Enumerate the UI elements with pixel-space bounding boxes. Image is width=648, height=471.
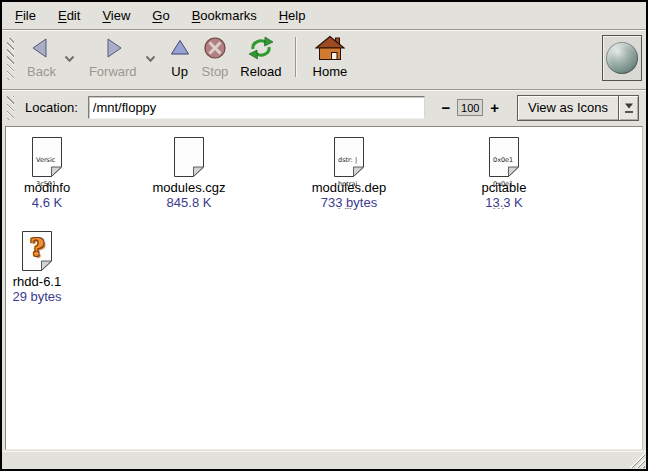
- zoom-level-indicator: 100: [457, 99, 483, 116]
- toolbar-separator: [295, 37, 297, 77]
- menu-file[interactable]: File: [4, 3, 47, 28]
- dropdown-arrow-icon: [624, 103, 634, 109]
- back-history-dropdown[interactable]: [62, 51, 77, 66]
- file-item-rhdd[interactable]: ? rhdd-6.1 29 bytes: [5, 231, 92, 304]
- stop-label: Stop: [202, 65, 229, 79]
- file-item-modules-dep[interactable]: dstr: | hptrai - --- modules.dep 733 byt…: [294, 137, 404, 210]
- home-icon: [315, 35, 345, 64]
- location-label: Location:: [25, 100, 78, 115]
- text-file-icon: Versic 3c501 · ·: [32, 137, 62, 177]
- zoom-controls: − 100 +: [438, 99, 504, 116]
- file-item-modinfo[interactable]: Versic 3c501 · · modinfo 4.6 K: [5, 137, 102, 210]
- file-name: modules.cgz: [153, 180, 226, 195]
- view-mode-arrow-button[interactable]: [618, 96, 638, 120]
- file-name: rhdd-6.1: [13, 274, 61, 289]
- view-mode-dropdown[interactable]: View as Icons: [517, 95, 639, 121]
- question-mark-icon: ?: [22, 233, 52, 262]
- up-button[interactable]: Up: [164, 34, 196, 80]
- zoom-in-button[interactable]: +: [486, 100, 503, 115]
- status-bar: [2, 451, 646, 469]
- reload-label: Reload: [240, 65, 281, 79]
- file-size: 29 bytes: [12, 289, 61, 304]
- back-label: Back: [27, 65, 56, 79]
- reload-button[interactable]: Reload: [234, 34, 287, 80]
- menu-bar: File Edit View Go Bookmarks Help: [2, 2, 646, 29]
- menu-view[interactable]: View: [91, 3, 141, 28]
- forward-label: Forward: [89, 65, 137, 79]
- zoom-out-button[interactable]: −: [438, 100, 455, 115]
- location-input[interactable]: [88, 96, 425, 119]
- text-file-icon: 0x0e1 0x0e1 - - -: [489, 137, 519, 177]
- up-label: Up: [171, 65, 188, 79]
- blank-file-icon: [174, 137, 204, 177]
- reload-icon: [247, 36, 275, 63]
- menu-bookmarks[interactable]: Bookmarks: [181, 3, 268, 28]
- file-item-pcitable[interactable]: 0x0e1 0x0e1 - - - pcitable 13.3 K: [449, 137, 559, 210]
- throbber-sphere-icon: [606, 42, 638, 74]
- menu-edit[interactable]: Edit: [47, 3, 91, 28]
- locationbar-drag-handle[interactable]: [7, 96, 14, 120]
- forward-icon: [101, 36, 125, 63]
- file-view: Versic 3c501 · · modinfo 4.6 K modules.c…: [5, 126, 643, 450]
- back-button[interactable]: Back: [21, 34, 62, 80]
- forward-button[interactable]: Forward: [83, 34, 143, 80]
- toolbar-drag-handle[interactable]: [7, 38, 14, 80]
- forward-history-dropdown[interactable]: [143, 51, 158, 66]
- stop-button[interactable]: Stop: [196, 34, 235, 80]
- up-icon: [170, 39, 190, 59]
- file-size: 845.8 K: [167, 195, 212, 210]
- menu-help[interactable]: Help: [268, 3, 317, 28]
- chevron-down-icon: [64, 51, 75, 66]
- resize-grip[interactable]: [628, 453, 645, 468]
- location-bar: Location: − 100 + View as Icons: [2, 91, 646, 124]
- throbber: [602, 35, 642, 81]
- home-button[interactable]: Home: [307, 34, 354, 80]
- file-manager-window: File Edit View Go Bookmarks Help Back Fo…: [0, 0, 648, 471]
- unknown-file-icon: ?: [22, 231, 52, 271]
- toolbar: Back Forward Up: [2, 31, 646, 89]
- menu-go[interactable]: Go: [141, 3, 180, 28]
- back-icon: [29, 36, 53, 63]
- stop-icon: [202, 36, 228, 63]
- text-file-icon: dstr: | hptrai - ---: [334, 137, 364, 177]
- chevron-down-icon: [145, 51, 156, 66]
- file-item-modules-cgz[interactable]: modules.cgz 845.8 K: [134, 137, 244, 210]
- view-mode-label: View as Icons: [518, 96, 618, 120]
- home-label: Home: [313, 65, 348, 79]
